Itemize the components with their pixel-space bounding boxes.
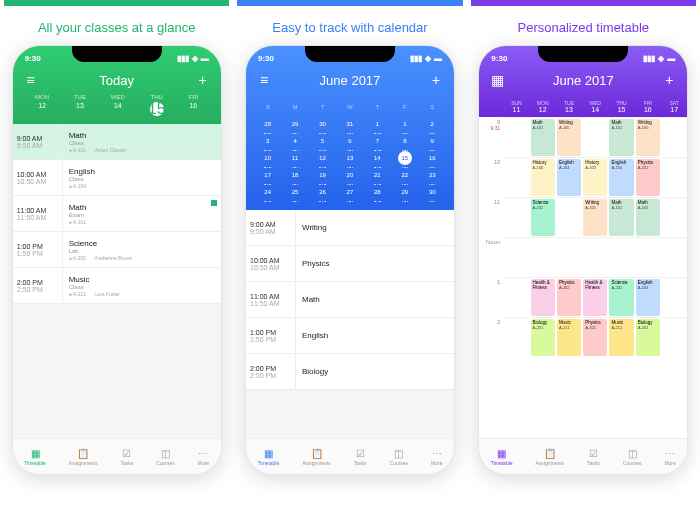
calendar-day[interactable]: 18 — [288, 168, 302, 182]
calendar-day[interactable]: 29 — [398, 185, 412, 199]
class-list[interactable]: 9:00 AM9:50 AMMathClass● A-101◦ Adam Cla… — [13, 124, 221, 438]
class-row[interactable]: 1:00 PM1:50 PMEnglish — [246, 318, 454, 354]
calendar-day[interactable]: 21 — [370, 168, 384, 182]
calendar-day[interactable]: 11 — [288, 151, 302, 165]
class-block[interactable]: PhysicsA-102 — [583, 319, 607, 356]
class-row[interactable]: 1:00 PM1:50 PMScienceLab● A-202◦ Katheri… — [13, 232, 221, 268]
class-block[interactable]: HistoryA-100 — [583, 159, 607, 196]
calendar-day[interactable]: 1 — [370, 117, 384, 131]
calendar-day[interactable]: 20 — [343, 168, 357, 182]
tab-assignments[interactable]: 📋Assignments — [302, 448, 331, 466]
menu-icon[interactable]: ≡ — [23, 72, 39, 88]
class-block[interactable]: PhysicsA-102 — [557, 279, 581, 316]
calendar-day[interactable]: 29 — [288, 117, 302, 131]
calendar-icon[interactable]: ▦ — [489, 72, 505, 88]
tab-timetable[interactable]: ▦Timetable — [257, 448, 279, 466]
class-block[interactable]: Health & Fitness — [583, 279, 607, 316]
tab-assignments[interactable]: 📋Assignments — [69, 448, 98, 466]
calendar-day[interactable]: 9 — [425, 134, 439, 148]
class-block[interactable]: MusicA-211 — [557, 319, 581, 356]
calendar-day[interactable]: 22 — [398, 168, 412, 182]
class-block[interactable]: BiologyA-201 — [636, 319, 660, 356]
tab-timetable[interactable]: ▦Timetable — [491, 448, 513, 466]
tab-more[interactable]: ⋯More — [198, 448, 209, 466]
weekday-header[interactable]: FRI16 — [635, 100, 661, 113]
class-row[interactable]: 9:00 AM9:50 AMMathClass● A-101◦ Adam Cla… — [13, 124, 221, 160]
tab-more[interactable]: ⋯More — [664, 448, 675, 466]
calendar-day[interactable]: 1 — [398, 117, 412, 131]
calendar-day[interactable]: 2 — [425, 117, 439, 131]
calendar-day[interactable]: 17 — [261, 168, 275, 182]
calendar-day[interactable]: 26 — [316, 185, 330, 199]
day-option[interactable]: MON12 — [35, 94, 49, 116]
timetable-body[interactable]: 99:311011Noon12 MathA-101WritingA-105Mat… — [479, 117, 687, 438]
timetable-grid[interactable]: MathA-101WritingA-105MathA-101WritingA-1… — [503, 117, 687, 438]
class-block[interactable]: MathA-101 — [609, 199, 633, 236]
class-block[interactable]: Health & Fitness — [531, 279, 555, 316]
weekday-header[interactable]: SAT17 — [661, 100, 687, 113]
weekday-header[interactable]: WED14 — [582, 100, 608, 113]
add-icon[interactable]: + — [195, 72, 211, 88]
class-block[interactable]: MathA-101 — [609, 119, 633, 156]
calendar-day[interactable]: 8 — [398, 134, 412, 148]
class-row[interactable]: 10:00 AM10:50 AMPhysics — [246, 246, 454, 282]
class-block[interactable]: ScienceA-202 — [609, 279, 633, 316]
calendar-day[interactable]: 30 — [425, 185, 439, 199]
calendar-day[interactable]: 3 — [261, 134, 275, 148]
class-block[interactable]: WritingA-105 — [557, 119, 581, 156]
calendar-day[interactable]: 27 — [343, 185, 357, 199]
class-block[interactable]: MathA-101 — [531, 119, 555, 156]
month-calendar[interactable]: SMTWTFS282930311123456789101112131415161… — [246, 96, 454, 210]
tab-tasks[interactable]: ☑Tasks — [587, 448, 600, 466]
class-block[interactable]: PhysicsA-102 — [636, 159, 660, 196]
add-icon[interactable]: + — [661, 72, 677, 88]
calendar-day[interactable]: 10 — [261, 151, 275, 165]
calendar-day[interactable]: 24 — [261, 185, 275, 199]
class-block[interactable]: MathA-101 — [636, 199, 660, 236]
weekday-header[interactable]: THU15 — [608, 100, 634, 113]
tab-courses[interactable]: ◫Courses — [623, 448, 642, 466]
class-row[interactable]: 9:00 AM9:50 AMWriting — [246, 210, 454, 246]
add-icon[interactable]: + — [428, 72, 444, 88]
class-block[interactable]: EnglishA-104 — [557, 159, 581, 196]
class-block[interactable]: HistoryA-100 — [531, 159, 555, 196]
calendar-day[interactable]: 6 — [343, 134, 357, 148]
class-row[interactable]: 11:00 AM11:50 AMMath — [246, 282, 454, 318]
tab-courses[interactable]: ◫Courses — [156, 448, 175, 466]
calendar-day[interactable]: 14 — [370, 151, 384, 165]
class-row[interactable]: 2:00 PM2:50 PMMusicClass● A-211◦ Lisa Fo… — [13, 268, 221, 304]
weekday-header[interactable]: MON12 — [530, 100, 556, 113]
calendar-day[interactable]: 16 — [425, 151, 439, 165]
calendar-day[interactable]: 25 — [288, 185, 302, 199]
day-option[interactable]: FRI16 — [189, 94, 199, 116]
calendar-day[interactable]: 28 — [370, 185, 384, 199]
week-header[interactable]: SUN11MON12TUE13WED14THU15FRI16SAT17 — [479, 96, 687, 117]
calendar-day[interactable]: 15 — [398, 151, 412, 165]
weekday-header[interactable]: SUN11 — [503, 100, 529, 113]
class-row[interactable]: 11:00 AM11:50 AMMathExam● A-101 — [13, 196, 221, 232]
menu-icon[interactable]: ≡ — [256, 72, 272, 88]
tab-assignments[interactable]: 📋Assignments — [536, 448, 565, 466]
calendar-day[interactable]: 13 — [343, 151, 357, 165]
class-block[interactable]: EnglishA-104 — [636, 279, 660, 316]
day-selector[interactable]: MON12TUE13WED14THU15FRI16 — [23, 94, 211, 116]
tab-tasks[interactable]: ☑Tasks — [354, 448, 367, 466]
class-list[interactable]: 9:00 AM9:50 AMWriting10:00 AM10:50 AMPhy… — [246, 210, 454, 438]
class-row[interactable]: 10:00 AM10:50 AMEnglishClass● A-104 — [13, 160, 221, 196]
calendar-day[interactable]: 12 — [316, 151, 330, 165]
calendar-day[interactable]: 31 — [343, 117, 357, 131]
day-option[interactable]: TUE13 — [74, 94, 86, 116]
calendar-day[interactable]: 4 — [288, 134, 302, 148]
class-block[interactable]: EnglishA-104 — [609, 159, 633, 196]
calendar-day[interactable]: 7 — [370, 134, 384, 148]
calendar-day[interactable]: 30 — [316, 117, 330, 131]
calendar-day[interactable]: 28 — [261, 117, 275, 131]
day-option[interactable]: THU15 — [150, 94, 164, 116]
day-option[interactable]: WED14 — [111, 94, 125, 116]
class-row[interactable]: 2:00 PM2:50 PMBiology — [246, 354, 454, 390]
calendar-day[interactable]: 19 — [316, 168, 330, 182]
calendar-day[interactable]: 23 — [425, 168, 439, 182]
calendar-day[interactable]: 5 — [316, 134, 330, 148]
class-block[interactable]: ScienceA-202 — [531, 199, 555, 236]
class-block[interactable]: WritingA-105 — [636, 119, 660, 156]
